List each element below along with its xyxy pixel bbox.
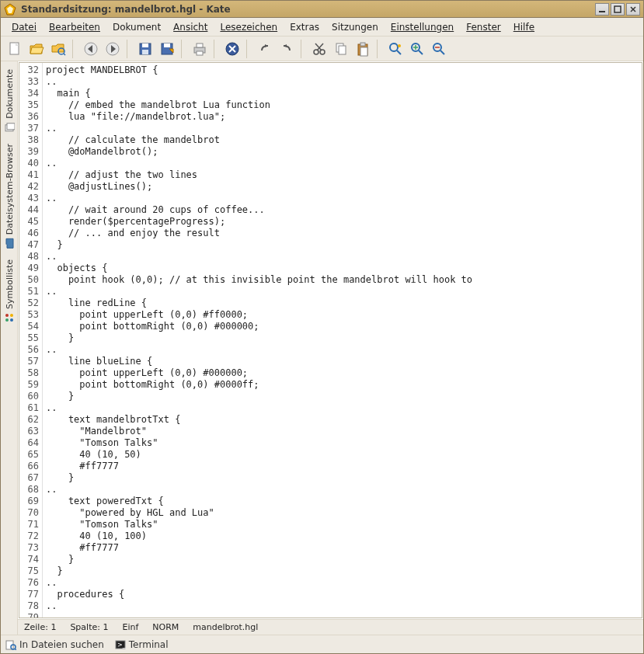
paste-button[interactable]: [353, 40, 372, 58]
menu-bookmarks[interactable]: Lesezeichen: [214, 19, 284, 35]
paste-icon: [355, 41, 371, 57]
svg-rect-48: [7, 123, 15, 130]
minimize-button[interactable]: [595, 3, 609, 16]
open-button[interactable]: [27, 40, 46, 58]
sidebar-tab-documents[interactable]: Dokumente: [2, 64, 16, 137]
folder-search-icon: [50, 41, 66, 57]
bottom-tab-terminal[interactable]: >_ Terminal: [115, 639, 169, 650]
svg-point-37: [390, 43, 398, 51]
toolbar: [1, 37, 643, 61]
minimize-icon: [598, 5, 606, 13]
status-col: Spalte: 1: [70, 622, 108, 632]
documents-icon: [4, 122, 15, 133]
bottom-find-label: In Dateien suchen: [19, 639, 104, 650]
app-window: Standardsitzung: mandelbrot.hgl - Kate D…: [0, 0, 644, 654]
close-button[interactable]: [626, 3, 640, 16]
maximize-icon: [614, 5, 621, 13]
status-line: Zeile: 1: [24, 622, 56, 632]
svg-rect-16: [142, 50, 148, 54]
scissors-icon: [312, 41, 327, 57]
undo-button[interactable]: [256, 40, 274, 58]
svg-point-29: [320, 50, 325, 54]
svg-rect-18: [164, 43, 170, 47]
svg-rect-35: [360, 43, 365, 46]
menu-extras[interactable]: Extras: [284, 19, 325, 35]
zoom-out-button[interactable]: [430, 40, 448, 58]
svg-point-51: [10, 318, 13, 322]
bottom-tab-find-in-files[interactable]: In Dateien suchen: [5, 639, 104, 650]
save-as-button[interactable]: [158, 40, 176, 58]
svg-point-39: [398, 44, 401, 47]
code-content[interactable]: project MANDELBROT { .. main { // embed …: [43, 63, 642, 617]
undo-icon: [257, 41, 273, 57]
svg-line-45: [440, 50, 444, 54]
titlebar[interactable]: Standardsitzung: mandelbrot.hgl - Kate: [1, 1, 643, 18]
save-as-icon: [159, 41, 175, 57]
menu-document[interactable]: Dokument: [106, 19, 167, 35]
menubar: Datei Bearbeiten Dokument Ansicht Leseze…: [1, 18, 643, 37]
menu-file[interactable]: Datei: [5, 19, 43, 35]
main-body: Dokumente Dateisystem-Browser Symbollist…: [1, 61, 643, 635]
open-recent-button[interactable]: [49, 40, 68, 58]
sidebar-symbols-label: Symbolliste: [4, 259, 14, 309]
forward-button[interactable]: [103, 40, 122, 58]
svg-line-55: [15, 649, 16, 650]
copy-icon: [333, 41, 349, 57]
save-button[interactable]: [136, 40, 155, 58]
zoom-out-icon: [431, 41, 447, 57]
find-button[interactable]: [386, 40, 405, 58]
arrow-left-icon: [83, 41, 99, 57]
menu-edit[interactable]: Bearbeiten: [43, 19, 106, 35]
redo-button[interactable]: [277, 40, 296, 58]
status-insert-mode[interactable]: Einf: [122, 622, 138, 632]
toolbar-separator: [181, 40, 186, 58]
menu-window[interactable]: Fenster: [460, 19, 507, 35]
print-button[interactable]: [190, 40, 209, 58]
sidebar: Dokumente Dateisystem-Browser Symbollist…: [1, 61, 18, 635]
status-mode: NORM: [152, 622, 179, 632]
svg-rect-21: [197, 43, 203, 47]
maximize-button[interactable]: [611, 3, 625, 16]
svg-line-38: [397, 50, 401, 54]
menu-settings[interactable]: Einstellungen: [385, 19, 460, 35]
editor-pane: 32 33 34 35 36 37 38 39 40 41 42 43 44 4…: [18, 61, 643, 635]
sidebar-documents-label: Dokumente: [4, 69, 14, 119]
code-area[interactable]: 32 33 34 35 36 37 38 39 40 41 42 43 44 4…: [19, 62, 642, 618]
symbols-icon: [4, 312, 15, 323]
line-gutter: 32 33 34 35 36 37 38 39 40 41 42 43 44 4…: [19, 63, 43, 617]
save-icon: [138, 41, 153, 57]
menu-view[interactable]: Ansicht: [167, 19, 214, 35]
svg-rect-2: [599, 11, 605, 12]
svg-line-41: [419, 50, 423, 54]
zoom-in-button[interactable]: [408, 40, 426, 58]
sidebar-tab-symbols[interactable]: Symbolliste: [2, 255, 16, 328]
svg-rect-15: [142, 43, 148, 47]
toolbar-separator: [246, 40, 251, 58]
svg-rect-36: [360, 47, 367, 56]
folder-icon: [4, 238, 15, 249]
sidebar-tab-filesystem[interactable]: Dateisystem-Browser: [2, 139, 16, 253]
cut-button[interactable]: [310, 40, 329, 58]
svg-text:>_: >_: [117, 642, 126, 649]
menu-help[interactable]: Hilfe: [507, 19, 541, 35]
svg-rect-33: [339, 46, 346, 54]
toolbar-separator: [214, 40, 218, 58]
close-doc-button[interactable]: [223, 40, 242, 58]
new-button[interactable]: [5, 40, 24, 58]
bottombar: In Dateien suchen >_ Terminal: [1, 635, 643, 653]
menu-sessions[interactable]: Sitzungen: [325, 19, 385, 35]
statusbar: Zeile: 1 Spalte: 1 Einf NORM mandelbrot.…: [18, 619, 643, 635]
sidebar-filesystem-label: Dateisystem-Browser: [4, 144, 14, 235]
find-icon: [388, 41, 403, 57]
close-doc-icon: [225, 41, 240, 57]
copy-button[interactable]: [332, 40, 350, 58]
svg-rect-3: [614, 6, 621, 12]
back-button[interactable]: [82, 40, 100, 58]
app-icon: [4, 3, 16, 16]
toolbar-separator: [72, 40, 77, 58]
new-file-icon: [7, 41, 23, 57]
svg-rect-6: [10, 43, 19, 54]
terminal-icon: >_: [115, 639, 126, 650]
svg-line-9: [64, 54, 65, 55]
printer-icon: [192, 41, 207, 57]
